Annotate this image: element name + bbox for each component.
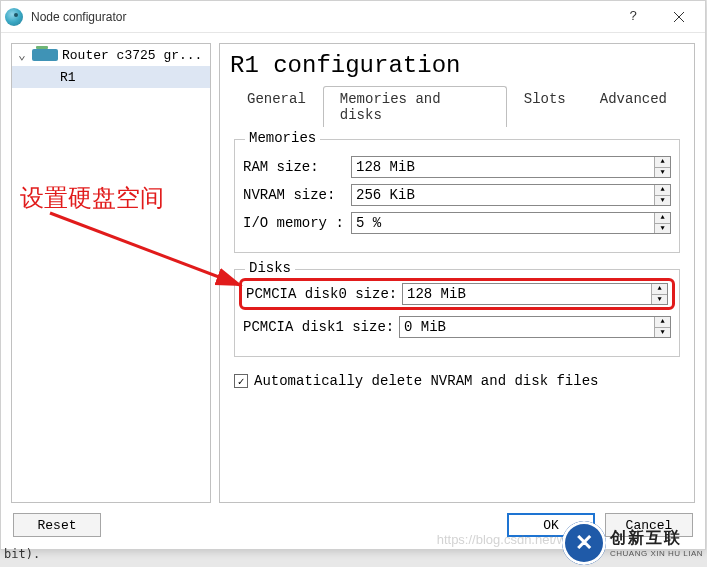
router-icon — [32, 49, 58, 61]
help-button[interactable]: ? — [611, 1, 656, 33]
brand-icon: ✕ — [562, 521, 606, 565]
auto-delete-label: Automatically delete NVRAM and disk file… — [254, 373, 598, 389]
auto-delete-checkbox[interactable]: ✓ — [234, 374, 248, 388]
memories-legend: Memories — [245, 130, 320, 146]
tab-slots[interactable]: Slots — [507, 86, 583, 127]
disk0-input[interactable] — [403, 284, 651, 304]
spin-up-icon[interactable]: ▲ — [655, 213, 670, 224]
io-label: I/O memory : — [243, 215, 351, 231]
spin-down-icon[interactable]: ▼ — [655, 224, 670, 234]
device-tree[interactable]: ⌄ Router c3725 gr... R1 — [11, 43, 211, 503]
spin-up-icon[interactable]: ▲ — [655, 157, 670, 168]
reset-button[interactable]: Reset — [13, 513, 101, 537]
brand-sub: CHUANG XIN HU LIAN — [610, 549, 703, 558]
fragment-text: bit). — [4, 547, 40, 561]
tab-general[interactable]: General — [230, 86, 323, 127]
config-panel: R1 configuration General Memories and di… — [219, 43, 695, 503]
body-area: ⌄ Router c3725 gr... R1 R1 configuration… — [1, 33, 705, 503]
highlight-disk0: PCMCIA disk0 size: ▲▼ — [239, 278, 675, 310]
expand-caret-icon[interactable]: ⌄ — [16, 47, 28, 63]
spin-down-icon[interactable]: ▼ — [652, 295, 667, 305]
annotation-text: 设置硬盘空间 — [20, 182, 164, 214]
close-button[interactable] — [656, 1, 701, 33]
tree-child-label: R1 — [60, 70, 76, 85]
tree-root-label: Router c3725 gr... — [62, 48, 202, 63]
app-icon — [5, 8, 23, 26]
window-controls: ? — [611, 1, 701, 33]
ram-spinner[interactable]: ▲▼ — [351, 156, 671, 178]
tree-child-r1[interactable]: R1 — [12, 66, 210, 88]
window-title: Node configurator — [31, 10, 611, 24]
disk1-label: PCMCIA disk1 size: — [243, 319, 399, 335]
tabs: General Memories and disks Slots Advance… — [230, 85, 684, 127]
ram-input[interactable] — [352, 157, 654, 177]
io-input[interactable] — [352, 213, 654, 233]
dialog-window: Node configurator ? ⌄ Router c3725 gr...… — [0, 0, 706, 550]
nvram-label: NVRAM size: — [243, 187, 351, 203]
titlebar: Node configurator ? — [1, 1, 705, 33]
nvram-row: NVRAM size: ▲▼ — [243, 184, 671, 206]
tab-advanced[interactable]: Advanced — [583, 86, 684, 127]
disk1-input[interactable] — [400, 317, 654, 337]
disks-legend: Disks — [245, 260, 295, 276]
io-row: I/O memory : ▲▼ — [243, 212, 671, 234]
brand-main: 创新互联 — [610, 528, 703, 549]
disk0-label: PCMCIA disk0 size: — [246, 286, 402, 302]
spin-up-icon[interactable]: ▲ — [652, 284, 667, 295]
brand-logo: ✕ 创新互联 CHUANG XIN HU LIAN — [562, 521, 703, 565]
tab-memories-disks[interactable]: Memories and disks — [323, 86, 507, 127]
panel-title: R1 configuration — [230, 52, 684, 79]
spin-down-icon[interactable]: ▼ — [655, 328, 670, 338]
tree-root-row[interactable]: ⌄ Router c3725 gr... — [12, 44, 210, 66]
memories-group: Memories RAM size: ▲▼ NVRAM size: ▲▼ — [234, 139, 680, 253]
spin-down-icon[interactable]: ▼ — [655, 168, 670, 178]
spin-up-icon[interactable]: ▲ — [655, 185, 670, 196]
disks-group: Disks PCMCIA disk0 size: ▲▼ PCMCIA disk1… — [234, 269, 680, 357]
ram-label: RAM size: — [243, 159, 351, 175]
nvram-input[interactable] — [352, 185, 654, 205]
spin-up-icon[interactable]: ▲ — [655, 317, 670, 328]
io-spinner[interactable]: ▲▼ — [351, 212, 671, 234]
ram-row: RAM size: ▲▼ — [243, 156, 671, 178]
disk1-row: PCMCIA disk1 size: ▲▼ — [243, 316, 671, 338]
disk0-row: PCMCIA disk0 size: ▲▼ — [246, 283, 668, 305]
spin-down-icon[interactable]: ▼ — [655, 196, 670, 206]
disk0-spinner[interactable]: ▲▼ — [402, 283, 668, 305]
auto-delete-row[interactable]: ✓ Automatically delete NVRAM and disk fi… — [234, 373, 680, 389]
disk1-spinner[interactable]: ▲▼ — [399, 316, 671, 338]
nvram-spinner[interactable]: ▲▼ — [351, 184, 671, 206]
